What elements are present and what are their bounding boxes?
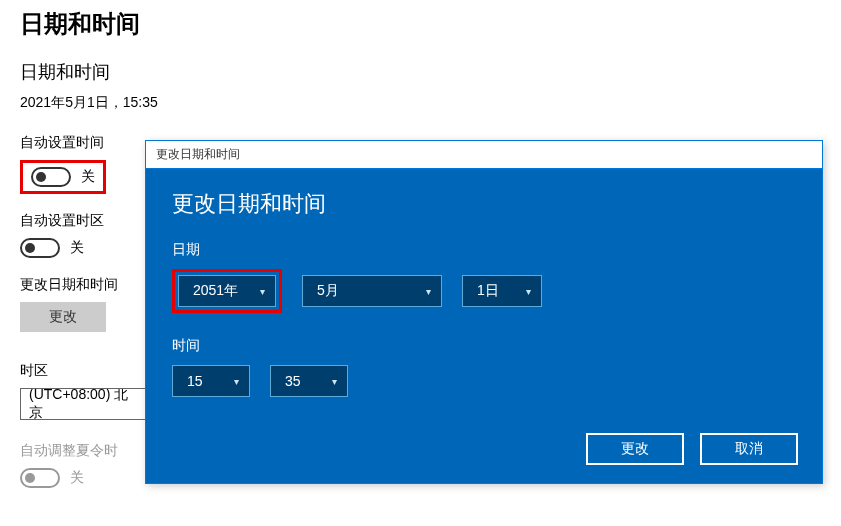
chevron-down-icon: ▾ [234,376,239,387]
dst-state: 关 [70,469,84,487]
time-selects-row: 15 ▾ 35 ▾ [172,365,796,397]
date-field-label: 日期 [172,241,796,259]
section-title: 日期和时间 [20,60,821,84]
chevron-down-icon: ▾ [260,286,265,297]
highlight-year: 2051年 ▾ [172,269,282,313]
dialog-change-button[interactable]: 更改 [586,433,684,465]
chevron-down-icon: ▾ [332,376,337,387]
year-select[interactable]: 2051年 ▾ [178,275,276,307]
tz-dropdown[interactable]: (UTC+08:00) 北京 [20,388,146,420]
change-datetime-dialog: 更改日期和时间 更改日期和时间 日期 2051年 ▾ 5月 ▾ 1日 ▾ 时间 [145,140,823,484]
dialog-body: 更改日期和时间 日期 2051年 ▾ 5月 ▾ 1日 ▾ 时间 15 ▾ [146,169,822,483]
hour-select[interactable]: 15 ▾ [172,365,250,397]
time-field-label: 时间 [172,337,796,355]
dialog-cancel-button[interactable]: 取消 [700,433,798,465]
current-datetime: 2021年5月1日，15:35 [20,94,821,112]
page-title: 日期和时间 [20,8,821,40]
auto-tz-toggle[interactable] [20,238,60,258]
year-value: 2051年 [193,282,238,300]
month-select[interactable]: 5月 ▾ [302,275,442,307]
minute-select[interactable]: 35 ▾ [270,365,348,397]
change-dt-button[interactable]: 更改 [20,302,106,332]
auto-time-state: 关 [81,168,95,186]
dialog-titlebar: 更改日期和时间 [146,141,822,169]
chevron-down-icon: ▾ [526,286,531,297]
auto-tz-state: 关 [70,239,84,257]
day-select[interactable]: 1日 ▾ [462,275,542,307]
day-value: 1日 [477,282,499,300]
dialog-button-row: 更改 取消 [586,433,798,465]
dialog-heading: 更改日期和时间 [172,189,796,219]
minute-value: 35 [285,373,301,389]
hour-value: 15 [187,373,203,389]
auto-time-toggle[interactable] [31,167,71,187]
highlight-auto-time: 关 [20,160,106,194]
month-value: 5月 [317,282,339,300]
chevron-down-icon: ▾ [426,286,431,297]
tz-value: (UTC+08:00) 北京 [29,388,137,420]
dst-toggle [20,468,60,488]
date-selects-row: 2051年 ▾ 5月 ▾ 1日 ▾ [172,269,796,313]
dialog-titlebar-text: 更改日期和时间 [156,146,240,163]
